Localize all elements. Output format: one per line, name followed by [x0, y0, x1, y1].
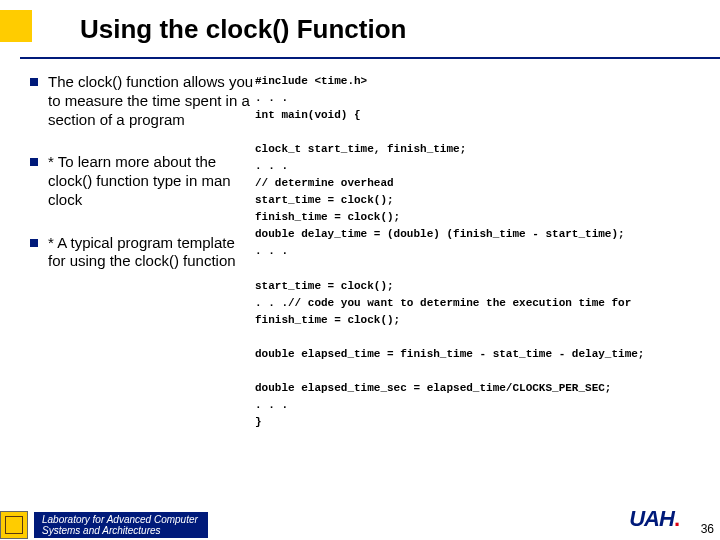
- list-item: The clock() function allows you to measu…: [30, 73, 255, 129]
- bullet-icon: [30, 239, 38, 247]
- bullet-text: The clock() function allows you to measu…: [48, 73, 255, 129]
- page-number: 36: [701, 522, 714, 536]
- title-area: Using the clock() Function: [0, 0, 720, 51]
- list-item: * To learn more about the clock() functi…: [30, 153, 255, 209]
- lab-logo-icon: [0, 511, 28, 539]
- body: The clock() function allows you to measu…: [0, 59, 720, 431]
- accent-block: [0, 10, 32, 42]
- footer-label: Laboratory for Advanced Computer Systems…: [34, 512, 208, 538]
- footer-left: Laboratory for Advanced Computer Systems…: [0, 510, 208, 540]
- uah-logo: UAH.: [629, 506, 680, 532]
- bullet-icon: [30, 78, 38, 86]
- bullet-text: * A typical program template for using t…: [48, 234, 255, 272]
- bullet-icon: [30, 158, 38, 166]
- bullet-text: * To learn more about the clock() functi…: [48, 153, 255, 209]
- uah-dot-icon: .: [674, 506, 680, 531]
- list-item: * A typical program template for using t…: [30, 234, 255, 272]
- uah-text: UAH: [629, 506, 674, 531]
- slide-title: Using the clock() Function: [80, 14, 720, 45]
- footer-line2: Systems and Architectures: [42, 525, 198, 536]
- footer: Laboratory for Advanced Computer Systems…: [0, 510, 720, 540]
- footer-line1: Laboratory for Advanced Computer: [42, 514, 198, 525]
- code-block: #include <time.h> . . . int main(void) {…: [255, 73, 710, 431]
- bullet-list: The clock() function allows you to measu…: [30, 73, 255, 431]
